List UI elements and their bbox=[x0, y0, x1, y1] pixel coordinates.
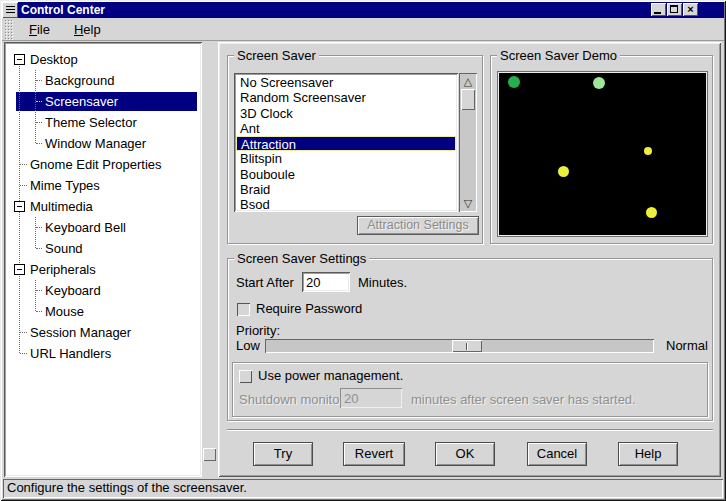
demo-dot bbox=[508, 76, 520, 88]
tree-connector bbox=[20, 353, 27, 354]
sidebar-item-gnome-edit-properties[interactable]: Gnome Edit Properties bbox=[8, 154, 198, 175]
titlebar-drag-area[interactable]: Control Center bbox=[18, 2, 651, 18]
start-after-input[interactable] bbox=[302, 272, 350, 292]
priority-label: Priority: bbox=[236, 323, 280, 339]
help-button[interactable]: Help bbox=[618, 442, 678, 466]
sidebar-item-label: Gnome Edit Properties bbox=[30, 154, 162, 175]
window-menu-button[interactable] bbox=[2, 2, 18, 18]
tree-connector bbox=[20, 185, 27, 186]
demo-dot bbox=[593, 77, 605, 89]
close-icon: × bbox=[683, 3, 698, 16]
screensaver-item-attraction[interactable]: Attraction bbox=[236, 136, 456, 151]
window-menu-icon bbox=[6, 6, 15, 14]
tree-connector bbox=[36, 80, 42, 81]
minus-icon bbox=[17, 59, 22, 60]
screensaver-list-scrollbar[interactable]: △ ▽ bbox=[459, 73, 477, 212]
sidebar-item-desktop[interactable]: Desktop bbox=[8, 49, 198, 70]
menu-help[interactable]: Help bbox=[65, 20, 110, 39]
power-management-group: Use power management. Shutdown monitor m… bbox=[232, 362, 708, 417]
demo-dot bbox=[558, 166, 569, 177]
sidebar-item-label: URL Handlers bbox=[30, 343, 111, 364]
use-power-management-checkbox[interactable] bbox=[239, 370, 252, 383]
menubar-grip-handle[interactable] bbox=[4, 19, 14, 40]
sidebar-item-label: Multimedia bbox=[30, 196, 93, 217]
settings-pane: Screen Saver No ScreensaverRandom Screen… bbox=[218, 42, 721, 477]
control-center-window: Control Center × FileHelp DesktopBackgro… bbox=[0, 0, 726, 501]
tree-connector bbox=[36, 101, 42, 102]
maximize-button[interactable] bbox=[667, 3, 682, 16]
statusbar: Configure the settings of the screensave… bbox=[3, 479, 723, 498]
tree-expander-icon[interactable] bbox=[14, 54, 25, 65]
sidebar-item-label: Keyboard bbox=[45, 280, 101, 301]
scrollbar-thumb[interactable] bbox=[461, 89, 475, 110]
screensaver-item-3d-clock[interactable]: 3D Clock bbox=[236, 106, 456, 121]
shutdown-monitor-label: Shutdown monitor bbox=[239, 392, 344, 408]
screensaver-item-bouboule[interactable]: Bouboule bbox=[236, 167, 456, 182]
cancel-button[interactable]: Cancel bbox=[527, 442, 587, 466]
menu-file[interactable]: File bbox=[20, 20, 59, 39]
tree-expander-icon[interactable] bbox=[14, 201, 25, 212]
demo-dot bbox=[646, 207, 657, 218]
minus-icon bbox=[17, 269, 22, 270]
start-after-label: Start After bbox=[236, 275, 294, 291]
try-button[interactable]: Try bbox=[253, 442, 313, 466]
ok-button[interactable]: OK bbox=[435, 442, 495, 466]
screensaver-item-ant[interactable]: Ant bbox=[236, 121, 456, 136]
screensaver-item-braid[interactable]: Braid bbox=[236, 182, 456, 197]
priority-slider-thumb[interactable] bbox=[452, 340, 482, 352]
screensaver-item-no-screensaver[interactable]: No Screensaver bbox=[236, 75, 456, 90]
settings-group: Screen Saver Settings Start After Minute… bbox=[227, 258, 713, 421]
minimize-button[interactable] bbox=[651, 3, 666, 16]
attraction-settings-button[interactable]: Attraction Settings bbox=[357, 216, 479, 235]
screensaver-list[interactable]: No ScreensaverRandom Screensaver3D Clock… bbox=[234, 73, 458, 212]
sidebar-item-label: Sound bbox=[45, 238, 83, 259]
sidebar-item-label: Session Manager bbox=[30, 322, 131, 343]
tree-connector bbox=[20, 332, 27, 333]
priority-slider[interactable] bbox=[265, 339, 654, 353]
demo-group-label: Screen Saver Demo bbox=[497, 48, 620, 63]
tree-expander-icon[interactable] bbox=[14, 264, 25, 275]
sidebar-item-peripherals[interactable]: Peripherals bbox=[8, 259, 198, 280]
statusbar-text: Configure the settings of the screensave… bbox=[7, 480, 247, 495]
pane-resize-handle[interactable] bbox=[203, 448, 216, 461]
screensaver-item-blitspin[interactable]: Blitspin bbox=[236, 151, 456, 166]
sidebar-item-multimedia[interactable]: Multimedia bbox=[8, 196, 198, 217]
sidebar-item-mime-types[interactable]: Mime Types bbox=[8, 175, 198, 196]
screensaver-demo-screen bbox=[497, 71, 708, 237]
tree-connector bbox=[35, 280, 36, 311]
sidebar-item-label: Screensaver bbox=[45, 91, 118, 112]
revert-button[interactable]: Revert bbox=[343, 442, 405, 466]
tree-connector bbox=[36, 311, 42, 312]
titlebar: Control Center × bbox=[2, 2, 724, 18]
tree-connector bbox=[36, 248, 42, 249]
sidebar-item-session-manager[interactable]: Session Manager bbox=[8, 322, 198, 343]
priority-low-label: Low bbox=[236, 338, 260, 354]
close-button[interactable]: × bbox=[683, 3, 698, 16]
maximize-icon bbox=[670, 5, 678, 13]
screensaver-item-random-screensaver[interactable]: Random Screensaver bbox=[236, 90, 456, 105]
scrollbar-up-icon[interactable]: △ bbox=[459, 74, 477, 89]
sidebar-item-label: Mime Types bbox=[30, 175, 100, 196]
sidebar-item-label: Window Manager bbox=[45, 133, 146, 154]
scrollbar-down-icon[interactable]: ▽ bbox=[459, 196, 477, 211]
minimize-icon bbox=[654, 12, 661, 14]
screen-saver-group-label: Screen Saver bbox=[234, 48, 319, 63]
shutdown-monitor-input bbox=[340, 388, 402, 408]
window-controls: × bbox=[651, 2, 724, 18]
category-tree: DesktopBackgroundScreensaverTheme Select… bbox=[6, 44, 200, 475]
require-password-label: Require Password bbox=[256, 301, 362, 317]
sidebar-item-label: Keyboard Bell bbox=[45, 217, 126, 238]
screensaver-item-bsod[interactable]: Bsod bbox=[236, 197, 456, 212]
demo-group: Screen Saver Demo bbox=[490, 55, 713, 244]
start-after-suffix-label: Minutes. bbox=[358, 275, 407, 291]
settings-group-label: Screen Saver Settings bbox=[234, 251, 369, 266]
sidebar-item-label: Background bbox=[45, 70, 114, 91]
minus-icon bbox=[17, 206, 22, 207]
demo-dot bbox=[644, 147, 652, 155]
priority-normal-label: Normal bbox=[666, 338, 708, 354]
sidebar-item-label: Mouse bbox=[45, 301, 84, 322]
tree-connector bbox=[36, 290, 42, 291]
window-title: Control Center bbox=[21, 3, 105, 17]
sidebar-item-url-handlers[interactable]: URL Handlers bbox=[8, 343, 198, 364]
require-password-checkbox[interactable] bbox=[237, 303, 250, 316]
